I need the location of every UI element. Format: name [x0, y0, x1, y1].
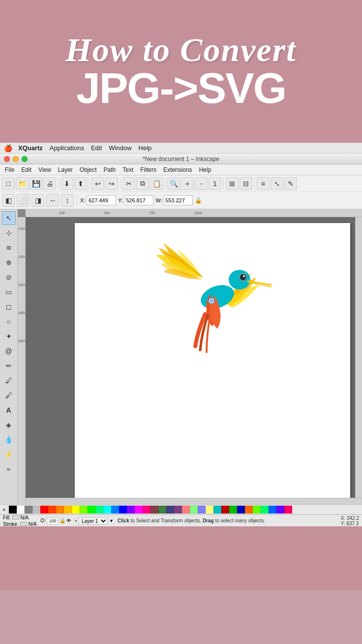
window-menu-mac[interactable]: Window	[109, 144, 131, 152]
text-menu[interactable]: Text	[120, 165, 136, 174]
color-swatch[interactable]	[158, 506, 166, 514]
select-tool-button[interactable]: ↖	[2, 211, 16, 225]
layer-select[interactable]: Layer 1	[78, 517, 108, 525]
color-swatch[interactable]	[119, 506, 127, 514]
align-center-button[interactable]: ⬜	[17, 194, 30, 207]
vertical-scrollbar[interactable]	[355, 217, 362, 498]
color-swatch[interactable]	[276, 506, 284, 514]
zoom-fit-button[interactable]: 🔍	[167, 177, 180, 190]
cut-button[interactable]: ✂	[122, 177, 135, 190]
undo-button[interactable]: ↩	[91, 177, 104, 190]
lock-icon[interactable]: 🔒	[195, 197, 202, 204]
zoom-1-button[interactable]: 1	[209, 177, 221, 190]
3dbox-tool-button[interactable]: ◻	[2, 300, 16, 314]
path-menu[interactable]: Path	[101, 165, 119, 174]
group-button[interactable]: ⊞	[226, 177, 239, 190]
text-tool-button[interactable]: A	[2, 403, 16, 417]
x-input[interactable]	[87, 195, 116, 205]
flip-v-button[interactable]: ↕	[61, 194, 74, 207]
color-swatch[interactable]	[213, 506, 221, 514]
color-swatch[interactable]	[103, 506, 111, 514]
pencil-tool-button[interactable]: ✏	[2, 359, 16, 373]
file-menu[interactable]: File	[2, 165, 17, 174]
color-swatch[interactable]	[95, 506, 103, 514]
hummingbird-illustration[interactable]	[134, 228, 272, 356]
star-tool-button[interactable]: ✦	[2, 329, 16, 343]
align-left-button[interactable]: ◧	[2, 194, 15, 207]
pen-tool-button[interactable]: 🖊	[2, 374, 16, 387]
copy-button[interactable]: ⧉	[136, 177, 149, 190]
print-button[interactable]: 🖨	[43, 177, 56, 190]
opacity-input[interactable]	[47, 517, 59, 524]
filters-menu[interactable]: Filters	[137, 165, 159, 174]
stroke-color-box[interactable]	[20, 522, 27, 526]
view-menu[interactable]: View	[35, 165, 54, 174]
color-swatch[interactable]	[151, 506, 158, 514]
import-button[interactable]: ⬇	[60, 177, 73, 190]
y-input[interactable]	[124, 195, 153, 205]
w-input[interactable]	[163, 195, 193, 205]
gradient-tool-button[interactable]: ◈	[2, 418, 16, 432]
color-swatch[interactable]	[9, 506, 17, 514]
color-swatch[interactable]	[269, 506, 276, 514]
color-swatch[interactable]	[190, 506, 198, 514]
paste-button[interactable]: 📋	[150, 177, 163, 190]
color-swatch[interactable]	[135, 506, 143, 514]
apple-logo-icon[interactable]: 🍎	[4, 144, 12, 152]
export-button[interactable]: ⬆	[74, 177, 87, 190]
fill-color-box[interactable]	[12, 515, 19, 519]
no-color-button[interactable]: ✕	[0, 506, 8, 514]
color-swatch[interactable]	[261, 506, 269, 514]
xml-editor-button[interactable]: ✎	[284, 177, 297, 190]
save-button[interactable]: 💾	[30, 177, 42, 190]
eye-btn[interactable]: 👁	[66, 518, 71, 523]
rect-tool-button[interactable]: ▭	[2, 285, 16, 299]
color-swatch[interactable]	[253, 506, 261, 514]
color-swatch[interactable]	[198, 506, 206, 514]
color-swatch[interactable]	[229, 506, 237, 514]
object-menu[interactable]: Object	[77, 165, 100, 174]
new-button[interactable]: □	[2, 177, 15, 190]
lock-btn[interactable]: 🔒	[60, 518, 65, 523]
layer-menu[interactable]: Layer	[55, 165, 76, 174]
connector-tool-button[interactable]: ⚡	[2, 448, 16, 461]
zoom-tool-button[interactable]: ⊕	[2, 256, 16, 269]
ungroup-button[interactable]: ⊟	[240, 177, 252, 190]
color-swatch[interactable]	[88, 506, 95, 514]
color-swatch[interactable]	[111, 506, 119, 514]
spray-tool-button[interactable]: ≈	[2, 462, 16, 476]
node-tool-button[interactable]: ⊹	[2, 226, 16, 240]
color-swatch[interactable]	[174, 506, 182, 514]
color-swatch[interactable]	[182, 506, 190, 514]
color-swatch[interactable]	[17, 506, 25, 514]
help-menu-mac[interactable]: Help	[139, 144, 152, 152]
color-swatch[interactable]	[221, 506, 229, 514]
color-swatch[interactable]	[284, 506, 292, 514]
minimize-button[interactable]	[13, 156, 19, 162]
color-swatch[interactable]	[48, 506, 56, 514]
xquartz-menu[interactable]: XQuartz	[18, 144, 43, 152]
horizontal-scrollbar[interactable]	[26, 498, 362, 505]
color-swatch[interactable]	[127, 506, 135, 514]
color-swatch[interactable]	[40, 506, 48, 514]
transform-button[interactable]: ⤡	[271, 177, 283, 190]
close-button[interactable]	[4, 156, 10, 162]
color-swatch[interactable]	[25, 506, 32, 514]
spiral-tool-button[interactable]: @	[2, 344, 16, 358]
tweak-tool-button[interactable]: ≋	[2, 241, 16, 255]
align-button[interactable]: ≡	[257, 177, 270, 190]
color-swatch[interactable]	[206, 506, 213, 514]
edit-menu[interactable]: Edit	[18, 165, 34, 174]
color-swatch[interactable]	[32, 506, 40, 514]
ellipse-tool-button[interactable]: ○	[2, 315, 16, 328]
dropper-tool-button[interactable]: 💧	[2, 433, 16, 447]
open-button[interactable]: 📁	[16, 177, 29, 190]
color-swatch[interactable]	[56, 506, 64, 514]
color-swatch[interactable]	[143, 506, 151, 514]
zoom-out-button[interactable]: -	[195, 177, 208, 190]
color-swatch[interactable]	[64, 506, 72, 514]
color-swatch[interactable]	[80, 506, 88, 514]
calligraphy-tool-button[interactable]: 🖋	[2, 388, 16, 402]
zoom-in-button[interactable]: +	[181, 177, 194, 190]
extensions-menu[interactable]: Extensions	[160, 165, 195, 174]
